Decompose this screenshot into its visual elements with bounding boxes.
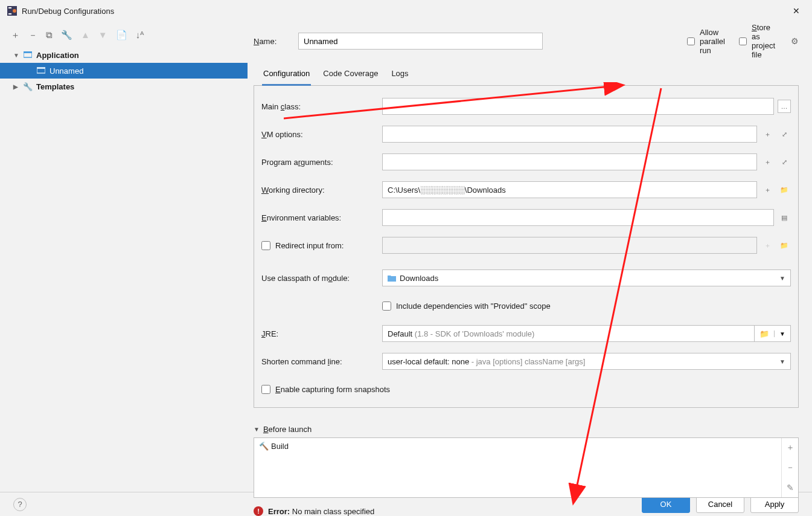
working-dir-input[interactable] [382, 181, 757, 198]
name-input[interactable] [298, 33, 543, 50]
before-launch-header[interactable]: ▼ Before launch [254, 425, 799, 434]
move-down-icon[interactable]: ▼ [98, 30, 107, 39]
hammer-icon: 🔨 [259, 442, 267, 451]
remove-icon[interactable]: － [782, 458, 798, 478]
enable-snapshots-checkbox[interactable]: Enable capturing form snapshots [261, 385, 390, 394]
module-icon [388, 274, 396, 282]
shorten-combo[interactable]: user-local default: none - java [options… [382, 353, 791, 370]
sidebar-toolbar: ＋ － ⧉ 🔧 ▲ ▼ 📄 ↓ᴬ [0, 24, 248, 45]
expander-icon: ▶ [13, 83, 21, 90]
chevron-down-icon: ▼ [779, 275, 785, 282]
application-icon [36, 66, 46, 75]
vm-options-label: VM options: [261, 130, 382, 139]
tree-item-unnamed[interactable]: Unnamed [0, 63, 248, 79]
redirect-input-field [382, 237, 757, 254]
env-vars-label: Environment variables: [261, 213, 382, 222]
tab-configuration[interactable]: Configuration [262, 65, 311, 86]
chevron-down-icon[interactable]: ▼ [774, 331, 790, 337]
redirect-input-checkbox[interactable]: Redirect input from: [261, 241, 382, 250]
add-macro-icon[interactable]: ＋ [761, 155, 774, 169]
expander-icon: ▼ [13, 52, 21, 59]
add-macro-icon[interactable]: ＋ [761, 183, 774, 196]
tree-group-application[interactable]: ▼ Application [0, 47, 248, 63]
before-launch-item[interactable]: 🔨 Build [254, 438, 781, 454]
jre-label: JRE: [261, 329, 382, 338]
classpath-label: Use classpath of module: [261, 274, 382, 283]
expand-icon[interactable]: ⤢ [778, 127, 791, 141]
shorten-label: Shorten command line: [261, 357, 382, 366]
main-class-input[interactable] [382, 98, 774, 115]
program-args-input[interactable] [382, 153, 757, 170]
svg-rect-7 [37, 67, 45, 69]
wrench-icon[interactable]: 🔧 [61, 30, 72, 39]
tree-label: Templates [36, 82, 74, 91]
copy-icon[interactable]: ⧉ [46, 30, 53, 39]
help-icon[interactable]: ? [13, 498, 27, 511]
name-label: Name: [254, 37, 290, 46]
classpath-combo[interactable]: Downloads ▼ [382, 269, 791, 286]
edit-icon[interactable]: ✎ [782, 477, 798, 497]
gear-icon[interactable]: ⚙ [791, 36, 799, 46]
tabs: Configuration Code Coverage Logs [254, 65, 799, 86]
expand-icon[interactable]: ⤢ [778, 155, 791, 169]
browse-folder-icon[interactable]: 📁 [778, 183, 791, 196]
config-panel: Main class: … VM options: ＋ ⤢ Program ar… [254, 86, 799, 408]
env-vars-input[interactable] [382, 209, 774, 226]
browse-folder-icon: 📁 [778, 239, 791, 252]
main-class-label: Main class: [261, 102, 382, 111]
allow-parallel-checkbox[interactable]: Allow parallel run [687, 28, 723, 55]
tree-label: Unnamed [50, 66, 83, 76]
wrench-icon: 🔧 [23, 82, 33, 91]
svg-rect-2 [8, 13, 11, 15]
svg-rect-5 [24, 51, 32, 53]
browse-folder-icon[interactable]: 📁 [755, 329, 774, 338]
include-provided-checkbox[interactable]: Include dependencies with "Provided" sco… [382, 302, 551, 311]
jre-combo[interactable]: Default (1.8 - SDK of 'Downloads' module… [382, 325, 791, 342]
svg-point-3 [13, 9, 16, 13]
application-icon [23, 51, 33, 59]
chevron-down-icon: ▼ [779, 358, 785, 365]
tree-group-templates[interactable]: ▶ 🔧 Templates [0, 79, 248, 94]
add-icon[interactable]: ＋ [11, 30, 20, 39]
browse-class-button[interactable]: … [778, 100, 791, 113]
add-macro-icon: ＋ [761, 239, 774, 252]
error-icon: ! [254, 506, 263, 516]
folder-move-icon[interactable]: 📄 [116, 30, 127, 39]
tab-code-coverage[interactable]: Code Coverage [322, 65, 379, 85]
move-up-icon[interactable]: ▲ [81, 30, 90, 39]
program-args-label: Program arguments: [261, 158, 382, 167]
expander-icon: ▼ [254, 426, 260, 433]
add-icon[interactable]: ＋ [782, 438, 798, 458]
close-icon[interactable]: ✕ [788, 4, 805, 18]
error-message: ! Error: No main class specified [254, 506, 799, 516]
store-project-checkbox[interactable]: Store as project file [739, 23, 775, 59]
vm-options-input[interactable] [382, 126, 757, 143]
remove-icon[interactable]: － [28, 30, 37, 39]
list-icon[interactable]: ▤ [778, 211, 791, 224]
config-tree: ▼ Application Unnamed ▶ 🔧 Templates [0, 45, 248, 492]
tab-logs[interactable]: Logs [390, 65, 409, 85]
svg-rect-1 [8, 7, 11, 8]
tree-label: Application [36, 51, 79, 60]
sort-icon[interactable]: ↓ᴬ [136, 30, 144, 39]
app-logo-icon [7, 6, 17, 16]
before-launch-list: 🔨 Build ＋ － ✎ [254, 437, 799, 498]
working-dir-label: Working directory: [261, 185, 382, 195]
redirect-input-label: Redirect input from: [261, 241, 382, 250]
window-title: Run/Debug Configurations [22, 7, 788, 16]
add-macro-icon[interactable]: ＋ [761, 127, 774, 141]
